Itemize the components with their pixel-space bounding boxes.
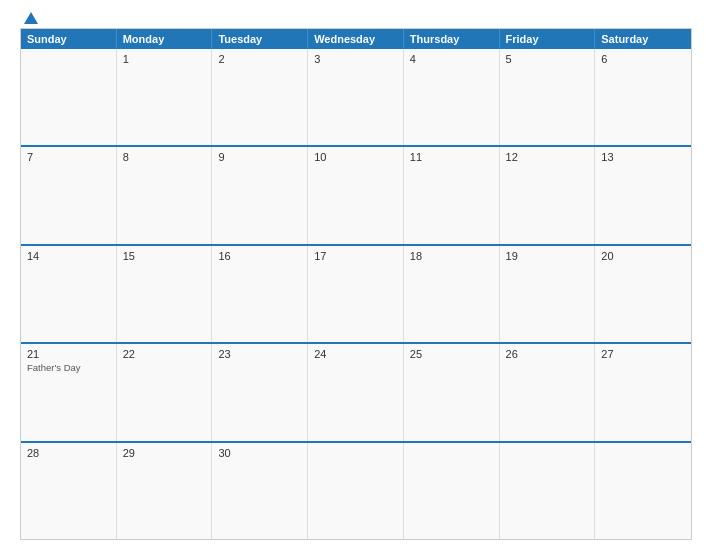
calendar-cell: 11 xyxy=(404,147,500,243)
day-number: 11 xyxy=(410,151,493,163)
logo-blue-text xyxy=(20,12,38,24)
day-number: 4 xyxy=(410,53,493,65)
calendar-cell: 5 xyxy=(500,49,596,145)
calendar-cell: 4 xyxy=(404,49,500,145)
calendar-cell: 7 xyxy=(21,147,117,243)
day-number: 3 xyxy=(314,53,397,65)
calendar-cell: 21Father's Day xyxy=(21,344,117,440)
calendar-week-5: 282930 xyxy=(21,441,691,539)
calendar-cell: 9 xyxy=(212,147,308,243)
calendar-cell: 8 xyxy=(117,147,213,243)
calendar: SundayMondayTuesdayWednesdayThursdayFrid… xyxy=(20,28,692,540)
calendar-cell: 22 xyxy=(117,344,213,440)
calendar-cell: 6 xyxy=(595,49,691,145)
day-number: 20 xyxy=(601,250,685,262)
logo xyxy=(20,12,38,24)
calendar-cell: 20 xyxy=(595,246,691,342)
calendar-cell: 30 xyxy=(212,443,308,539)
day-number: 17 xyxy=(314,250,397,262)
header-day-monday: Monday xyxy=(117,29,213,49)
day-number: 13 xyxy=(601,151,685,163)
calendar-cell xyxy=(404,443,500,539)
calendar-week-3: 14151617181920 xyxy=(21,244,691,342)
day-number: 28 xyxy=(27,447,110,459)
day-number: 18 xyxy=(410,250,493,262)
calendar-cell: 10 xyxy=(308,147,404,243)
calendar-week-1: 123456 xyxy=(21,49,691,145)
calendar-cell: 12 xyxy=(500,147,596,243)
logo-triangle-icon xyxy=(24,12,38,24)
calendar-cell: 13 xyxy=(595,147,691,243)
header-day-sunday: Sunday xyxy=(21,29,117,49)
day-number: 15 xyxy=(123,250,206,262)
calendar-cell: 2 xyxy=(212,49,308,145)
calendar-cell xyxy=(21,49,117,145)
calendar-cell: 17 xyxy=(308,246,404,342)
calendar-cell: 3 xyxy=(308,49,404,145)
day-number: 19 xyxy=(506,250,589,262)
day-number: 6 xyxy=(601,53,685,65)
day-number: 24 xyxy=(314,348,397,360)
header-day-saturday: Saturday xyxy=(595,29,691,49)
day-number: 8 xyxy=(123,151,206,163)
calendar-cell: 23 xyxy=(212,344,308,440)
day-number: 25 xyxy=(410,348,493,360)
day-number: 16 xyxy=(218,250,301,262)
calendar-week-4: 21Father's Day222324252627 xyxy=(21,342,691,440)
day-number: 10 xyxy=(314,151,397,163)
calendar-cell: 26 xyxy=(500,344,596,440)
calendar-page: SundayMondayTuesdayWednesdayThursdayFrid… xyxy=(0,0,712,550)
calendar-cell xyxy=(595,443,691,539)
day-number: 23 xyxy=(218,348,301,360)
day-number: 1 xyxy=(123,53,206,65)
calendar-header-row: SundayMondayTuesdayWednesdayThursdayFrid… xyxy=(21,29,691,49)
day-number: 26 xyxy=(506,348,589,360)
day-number: 5 xyxy=(506,53,589,65)
day-number: 12 xyxy=(506,151,589,163)
calendar-cell: 18 xyxy=(404,246,500,342)
calendar-cell: 29 xyxy=(117,443,213,539)
day-number: 21 xyxy=(27,348,110,360)
day-number: 29 xyxy=(123,447,206,459)
day-number: 22 xyxy=(123,348,206,360)
day-number: 9 xyxy=(218,151,301,163)
calendar-cell: 27 xyxy=(595,344,691,440)
calendar-body: 123456789101112131415161718192021Father'… xyxy=(21,49,691,539)
calendar-cell: 19 xyxy=(500,246,596,342)
day-number: 2 xyxy=(218,53,301,65)
header-day-friday: Friday xyxy=(500,29,596,49)
calendar-cell xyxy=(308,443,404,539)
calendar-week-2: 78910111213 xyxy=(21,145,691,243)
calendar-cell: 14 xyxy=(21,246,117,342)
calendar-cell: 16 xyxy=(212,246,308,342)
day-number: 30 xyxy=(218,447,301,459)
day-number: 14 xyxy=(27,250,110,262)
day-number: 27 xyxy=(601,348,685,360)
calendar-cell xyxy=(500,443,596,539)
header-day-thursday: Thursday xyxy=(404,29,500,49)
header-day-tuesday: Tuesday xyxy=(212,29,308,49)
day-number: 7 xyxy=(27,151,110,163)
header-day-wednesday: Wednesday xyxy=(308,29,404,49)
calendar-cell: 28 xyxy=(21,443,117,539)
calendar-cell: 15 xyxy=(117,246,213,342)
calendar-cell: 24 xyxy=(308,344,404,440)
calendar-cell: 1 xyxy=(117,49,213,145)
calendar-cell: 25 xyxy=(404,344,500,440)
event-label: Father's Day xyxy=(27,362,110,373)
